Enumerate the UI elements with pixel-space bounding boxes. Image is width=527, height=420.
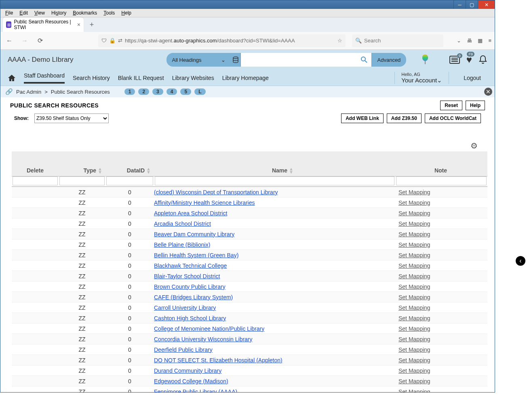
close-panel-icon[interactable]: ✕ [484, 88, 492, 96]
filter-dataid[interactable] [106, 176, 153, 185]
filter-note[interactable] [396, 176, 487, 185]
set-mapping-link[interactable]: Set Mapping [398, 368, 430, 374]
resource-link[interactable]: CAFE (Bridges Library System) [154, 294, 233, 300]
favorites-icon[interactable]: ♥F9 [466, 54, 472, 65]
gear-icon[interactable]: ⚙ [470, 141, 478, 151]
url-bar[interactable]: 🛡 🔒 ⇄ https://qa-stwi-agent.auto-graphic… [98, 34, 346, 47]
resource-link[interactable]: DO NOT SELECT St. Elizabeth Hospital (Ap… [154, 357, 282, 363]
resource-link[interactable]: Blair-Taylor School District [154, 273, 220, 279]
set-mapping-link[interactable]: Set Mapping [398, 388, 430, 393]
database-icon[interactable] [231, 53, 241, 67]
add-web-link-button[interactable]: Add WEB Link [341, 113, 384, 123]
extension-icon[interactable]: ▦ [478, 38, 483, 44]
tab-close-icon[interactable]: × [77, 21, 80, 28]
nav-staff-dashboard[interactable]: Staff Dashboard [24, 72, 65, 84]
new-tab-button[interactable]: + [86, 19, 97, 30]
resource-link[interactable]: Blackhawk Technical College [154, 262, 227, 269]
resource-link[interactable]: Concordia University Wisconsin Library [154, 336, 253, 342]
menu-tools[interactable]: Tools [100, 9, 118, 17]
window-minimize-button[interactable]: ─ [453, 0, 466, 9]
filter-delete[interactable] [13, 176, 58, 185]
resource-link[interactable]: (closed) Wisconsin Dept of Transportatio… [154, 189, 278, 195]
set-mapping-link[interactable]: Set Mapping [398, 242, 430, 248]
resource-link[interactable]: College of Menominee Nation/Public Libra… [154, 326, 264, 332]
menu-bookmarks[interactable]: Bookmarks [70, 9, 100, 17]
reset-button[interactable]: Reset [440, 101, 462, 110]
set-mapping-link[interactable]: Set Mapping [398, 336, 430, 342]
menu-edit[interactable]: Edit [16, 9, 31, 17]
menu-help[interactable]: Help [118, 9, 135, 17]
set-mapping-link[interactable]: Set Mapping [398, 315, 430, 321]
resource-link[interactable]: Cashton High School Library [154, 315, 226, 321]
nav-blank-ill-request[interactable]: Blank ILL Request [118, 75, 164, 81]
window-maximize-button[interactable]: ▢ [466, 0, 478, 9]
set-mapping-link[interactable]: Set Mapping [398, 284, 430, 290]
resource-link[interactable]: Appleton Area School District [154, 210, 227, 216]
set-mapping-link[interactable]: Set Mapping [398, 294, 430, 300]
nav-library-homepage[interactable]: Library Homepage [222, 75, 269, 81]
col-type[interactable]: Type▲▼ [59, 167, 105, 174]
set-mapping-link[interactable]: Set Mapping [398, 252, 430, 258]
set-mapping-link[interactable]: Set Mapping [398, 220, 430, 227]
show-select[interactable]: Z39.50 Shelf Status Only [34, 113, 109, 123]
collapse-panel-icon[interactable]: ‹ [516, 256, 525, 266]
set-mapping-link[interactable]: Set Mapping [398, 200, 430, 206]
forward-button[interactable]: → [19, 35, 30, 46]
home-icon[interactable] [8, 74, 16, 82]
resource-link[interactable]: Durand Community Library [154, 368, 221, 374]
col-delete[interactable]: Delete [12, 167, 59, 174]
pager-4[interactable]: 4 [167, 88, 177, 95]
breadcrumb-root[interactable]: Pac Admin [16, 89, 41, 95]
search-input[interactable] [241, 53, 357, 67]
reload-button[interactable]: ⟳ [34, 35, 46, 46]
add-oclc-button[interactable]: Add OCLC WorldCat [425, 113, 481, 123]
browser-tab[interactable]: ⊞ Public Search Resources | STWI × [3, 17, 84, 32]
set-mapping-link[interactable]: Set Mapping [398, 210, 430, 216]
balloon-icon[interactable] [422, 55, 429, 65]
nav-search-history[interactable]: Search History [73, 75, 110, 81]
search-index-select[interactable]: All Headings ⌄ [167, 53, 231, 67]
set-mapping-link[interactable]: Set Mapping [398, 346, 430, 353]
resource-link[interactable]: Affinity/Ministry Health Science Librari… [154, 200, 255, 206]
resource-link[interactable]: Carroll University Library [154, 304, 216, 311]
menu-file[interactable]: File [2, 9, 16, 17]
browser-search-box[interactable]: 🔍 Search [352, 34, 443, 47]
nav-library-websites[interactable]: Library Websites [172, 75, 214, 81]
set-mapping-link[interactable]: Set Mapping [398, 378, 430, 384]
search-button[interactable] [357, 53, 372, 67]
account-menu[interactable]: Hello, AG Your Account⌄ [394, 72, 449, 84]
set-mapping-link[interactable]: Set Mapping [398, 189, 430, 195]
resource-link[interactable]: Belle Plaine (Biblionix) [154, 242, 210, 248]
resource-link[interactable]: Deerfield Public Library [154, 346, 213, 353]
pager-2[interactable]: 2 [138, 88, 149, 95]
pager-5[interactable]: 5 [180, 88, 191, 95]
pocket-icon[interactable]: ⌄ [457, 38, 461, 44]
back-button[interactable]: ← [4, 35, 15, 46]
resource-link[interactable]: Arcadia School District [154, 220, 211, 227]
window-close-button[interactable]: ✕ [478, 0, 495, 9]
hamburger-menu-icon[interactable]: ≡ [488, 38, 491, 44]
col-name[interactable]: Name▲▼ [154, 167, 398, 174]
filter-type[interactable] [59, 176, 105, 185]
set-mapping-link[interactable]: Set Mapping [398, 262, 430, 269]
bookmark-star-icon[interactable]: ☆ [337, 38, 342, 44]
resource-link[interactable]: Bellin Health System (Green Bay) [154, 252, 238, 258]
menu-view[interactable]: View [31, 9, 48, 17]
resource-link[interactable]: Edgewood College (Madison) [154, 378, 228, 384]
logout-link[interactable]: Logout [457, 75, 487, 81]
help-button[interactable]: Help [466, 101, 485, 110]
set-mapping-link[interactable]: Set Mapping [398, 357, 430, 363]
bell-icon[interactable] [479, 55, 487, 65]
resource-link[interactable]: Brown County Public Library [154, 284, 226, 290]
advanced-search-button[interactable]: Advanced [372, 53, 407, 67]
resource-link[interactable]: Beaver Dam Community Library [154, 231, 234, 237]
set-mapping-link[interactable]: Set Mapping [398, 231, 430, 237]
filter-name[interactable] [155, 176, 394, 185]
resource-link[interactable]: Fennimore Public Library (AAAA) [154, 388, 237, 393]
pager-3[interactable]: 3 [152, 88, 163, 95]
set-mapping-link[interactable]: Set Mapping [398, 304, 430, 311]
pager-1[interactable]: 1 [124, 88, 135, 95]
set-mapping-link[interactable]: Set Mapping [398, 326, 430, 332]
news-icon[interactable]: 9 [449, 56, 460, 64]
col-dataid[interactable]: DataID▲▼ [105, 167, 154, 174]
